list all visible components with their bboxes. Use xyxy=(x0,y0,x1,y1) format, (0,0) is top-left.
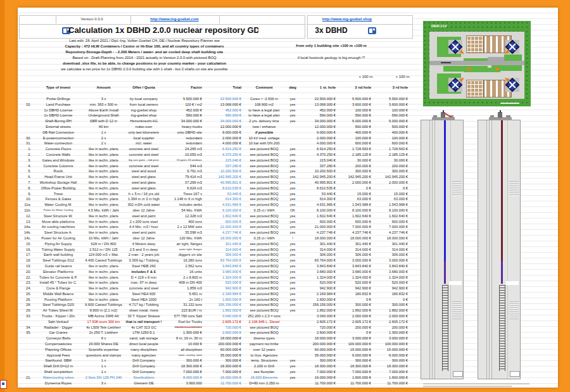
cell-amount: 2.512 m / DN 125 xyxy=(84,247,124,253)
cell-row-number: 18. xyxy=(19,258,33,263)
cell-type-of-invest: Piping Air Supply xyxy=(33,241,84,247)
cell-type-of-invest: Steel Structure W. xyxy=(33,213,84,219)
table-row: 15.Piping Air Supply628 m / DN 8004 Mete… xyxy=(19,241,412,247)
cell-factor: 5.500.000 € xyxy=(164,96,203,102)
cell-comment: see pictured BOQ xyxy=(243,252,286,258)
cell-hole1-cost: 1.602.640 € xyxy=(303,213,337,219)
cell-hole3-cost: 142.945.200 € xyxy=(372,174,409,180)
cell-hole2-cost: 15.000.000 € xyxy=(337,347,372,353)
cell-comment: see pictured BOQ xyxy=(243,180,286,186)
cell-hole2-cost: 1.543.988 € xyxy=(337,202,372,208)
cell-hole3-cost: 3.680.000 € xyxy=(372,269,409,275)
cell-offer-quota: by local company xyxy=(124,96,164,102)
cell-hole3-cost: 1.600.000 € xyxy=(372,375,409,381)
cell-type-of-invest: Shaft-Boring-RH xyxy=(33,118,84,124)
cell-hole2-cost: 2.605.172 € xyxy=(337,319,372,325)
cell-row-number: 13. xyxy=(19,219,33,225)
cell-amount: 2x 250 T. Liebherr xyxy=(84,330,124,336)
cell-comment: see pictured BOQ xyxy=(243,186,286,191)
cell-offer-quota: Herrenknecht AG xyxy=(124,118,164,124)
cell-type-of-invest: Concrete Walls xyxy=(33,152,84,158)
cell-hole1-cost: 9.000.000 € xyxy=(303,130,337,136)
cell-hole3-cost: 100.000 € xyxy=(372,136,409,141)
cell-factor: 6.624 m3 xyxy=(164,186,203,191)
cell-factor: 544 m3 xyxy=(164,163,203,169)
cell-hole1-cost: 2.600.000 € xyxy=(303,330,337,336)
website-link-shop[interactable]: http://www.ing-goebel.shop xyxy=(284,15,410,23)
cell-comment: see pictured BOQ xyxy=(243,302,286,308)
headframe-icon xyxy=(489,111,512,120)
cell-amount: 1 x xyxy=(84,369,124,375)
cell-total: 40.995.801 € xyxy=(203,180,243,186)
cell-total: 7.000.000 € xyxy=(203,369,243,375)
cell-hole1-cost: 7.000.000 € xyxy=(303,369,337,375)
cell-total: 614.300 € xyxy=(203,196,243,202)
cell-hole3-cost: 520.000 € xyxy=(372,280,409,286)
cell-total: 337.280 € xyxy=(203,163,243,169)
cell-hole2-cost: 11.700.000 € xyxy=(337,381,372,386)
cell-hole3-cost: 180.832 € xyxy=(372,291,409,297)
cell-dwg-flag: yes xyxy=(286,364,300,369)
cell-row-number: 35. xyxy=(19,330,33,336)
col-header-hole3: 3 rd hole xyxy=(372,85,409,91)
cell-offer-quota: from local owners xyxy=(124,102,164,108)
cell-hole1-cost: 215.040 € xyxy=(303,158,337,163)
cell-offer-quota: big size gates - mid price xyxy=(124,158,164,163)
headframe-icon xyxy=(432,111,455,120)
cell-type-of-invest: Trucks - Kipper / 20x xyxy=(33,313,84,319)
cell-hole1-cost: 300.000 € xyxy=(303,358,337,364)
page-title: Calculation 1x DBHD 2.0.0 nuclear reposi… xyxy=(68,24,258,37)
cell-amount: like in techn. plans xyxy=(84,263,124,269)
cell-dwg-flag: yes xyxy=(286,358,300,364)
cell-dwg-flag xyxy=(286,347,300,353)
corner-badge-icon xyxy=(0,380,7,389)
cell-hole1-cost: 301.440 € xyxy=(303,241,337,247)
table-row: 3.Gates and Windowslike in techn. plansb… xyxy=(19,158,412,163)
cell-hole2-cost: 30.000 € xyxy=(337,158,372,163)
cell-dwg-flag: yes xyxy=(286,275,300,281)
cell-comment: see pictured BOQ xyxy=(243,247,286,253)
orange-frame-edge xyxy=(0,0,4,392)
cell-type-of-invest: Car Cranes xyxy=(33,330,84,336)
cell-hole3-cost: 1.892.000 € xyxy=(372,308,409,313)
cell-dwg-flag xyxy=(286,336,300,341)
cell-type-of-invest: Workshop Storage Hall xyxy=(33,180,84,186)
cell-factor: 24.265 m3 xyxy=(164,146,203,152)
table-row: 34.Radlader - Digger4x L509 Tele Liebher… xyxy=(19,325,412,331)
cell-hole1-cost: 4.000.000 € xyxy=(303,141,337,146)
cell-hole2-cost: 18.300.000 € xyxy=(337,364,372,369)
cell-row-number: 21. xyxy=(19,375,33,381)
cell-factor: 12.328 m3 xyxy=(164,213,203,219)
cell-row-number xyxy=(19,319,33,325)
info-line: download .xlsx file, to be able, to chan… xyxy=(24,61,265,66)
cell-offer-quota: that is rail transport ! xyxy=(124,319,164,325)
cell-total: 22.500.000 € xyxy=(203,96,243,102)
cell-hole2-cost: 400.000 € xyxy=(337,130,372,136)
cell-hole1-cost: 337.280 € xyxy=(303,163,337,169)
cell-hole2-cost: 63.000 € xyxy=(337,196,372,202)
annotation-box xyxy=(509,181,519,196)
shaft-pipe-maroon xyxy=(501,120,503,266)
table-row: 2.Concrete Wallslike in techn. plansconc… xyxy=(19,152,412,158)
website-link-com[interactable]: http://www.ing-goebel.com xyxy=(132,15,217,23)
cell-hole1-cost: 590.000 € xyxy=(303,113,337,118)
cell-hole3-cost: 0 € xyxy=(372,186,409,191)
table-row: 11b.Power for Water Cooling4,5 Mio. kWh … xyxy=(19,208,412,213)
cell-type-of-invest: Conveyor Belts xyxy=(33,336,84,341)
cell-amount: 4,5 Mio. kWh / Jahr xyxy=(84,208,124,213)
site-plan-image: DBHD 2.0.0 xyxy=(423,21,531,106)
cell-comment: see floorplan xyxy=(243,369,286,375)
header-divider xyxy=(56,15,56,23)
cell-dwg-flag: yes xyxy=(286,168,300,174)
cell-comment: see pictured BOQ xyxy=(243,258,286,263)
cell-type-of-invest: Steel Tubbings D20 xyxy=(33,302,84,308)
cell-comment: see pictured BOQ xyxy=(243,330,286,336)
cell-total: 4.370.250 € xyxy=(203,152,243,158)
cell-hole1-cost: 1.600.000 € xyxy=(303,297,337,303)
cell-amount: 1 x xyxy=(84,358,124,364)
cell-total: 590.000 € xyxy=(203,113,243,118)
cell-dwg-flag: yes xyxy=(286,108,300,113)
cavern-gap xyxy=(506,281,519,285)
cell-hole3-cost: 301.440 € xyxy=(372,241,409,247)
cell-hole2-cost: 942.900 € xyxy=(337,286,372,291)
